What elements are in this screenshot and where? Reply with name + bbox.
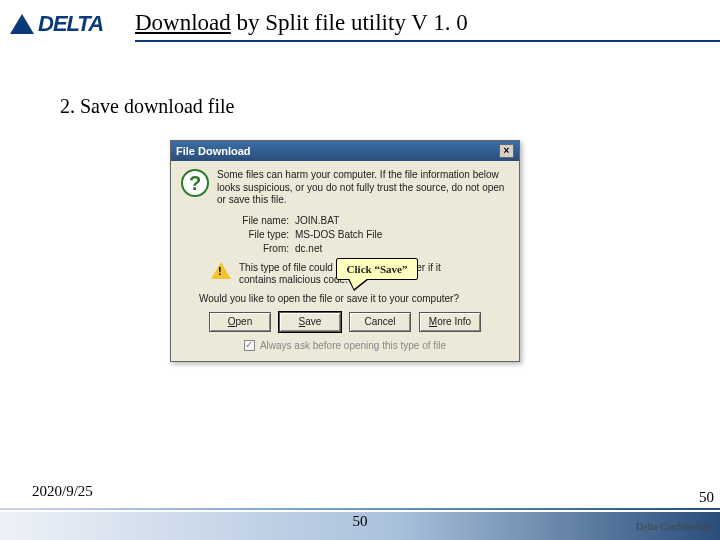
footer-page-right: 50 <box>699 489 714 506</box>
always-ask-checkbox[interactable] <box>244 340 255 351</box>
close-icon[interactable]: × <box>499 144 514 158</box>
field-from-label: From: <box>233 243 295 254</box>
file-download-dialog: File Download × ? Some files can harm yo… <box>170 140 520 362</box>
file-fields: File name: JOIN.BAT File type: MS-DOS Ba… <box>233 215 509 254</box>
footer-divider <box>0 508 720 510</box>
field-from: From: dc.net <box>233 243 509 254</box>
question-icon: ? <box>181 169 209 197</box>
more-btn-rest: ore Info <box>437 316 471 327</box>
open-save-prompt: Would you like to open the file or save … <box>199 293 509 304</box>
dialog-info-text: Some files can harm your computer. If th… <box>217 169 509 207</box>
always-ask-label: Always ask before opening this type of f… <box>260 340 446 351</box>
slide-title: Download by Split file utility V 1. 0 <box>135 10 468 36</box>
save-btn-rest: ave <box>305 316 321 327</box>
more-info-button[interactable]: More Info <box>419 312 481 332</box>
slide-header: DELTA Download by Split file utility V 1… <box>0 0 720 48</box>
dialog-titlebar: File Download × <box>171 141 519 161</box>
footer-page-center: 50 <box>353 513 368 530</box>
delta-triangle-icon <box>10 14 34 34</box>
open-button[interactable]: Open <box>209 312 271 332</box>
field-from-value: dc.net <box>295 243 322 254</box>
delta-logo: DELTA <box>10 11 103 37</box>
delta-logo-text: DELTA <box>38 11 103 37</box>
header-rule <box>135 40 720 42</box>
dialog-info-row: ? Some files can harm your computer. If … <box>181 169 509 207</box>
field-filename: File name: JOIN.BAT <box>233 215 509 226</box>
warning-icon <box>211 262 231 279</box>
footer-date: 2020/9/25 <box>32 483 93 500</box>
warning-row: This type of file could harm your comput… <box>181 262 509 287</box>
field-filetype-label: File type: <box>233 229 295 240</box>
dialog-title: File Download <box>176 145 251 157</box>
save-button[interactable]: Save <box>279 312 341 332</box>
footer-confidential: Delta Confidential <box>636 521 710 532</box>
field-filename-label: File name: <box>233 215 295 226</box>
field-filetype: File type: MS-DOS Batch File <box>233 229 509 240</box>
click-save-callout: Click “Save” <box>336 258 418 280</box>
field-filetype-value: MS-DOS Batch File <box>295 229 382 240</box>
step-heading: 2. Save download file <box>60 95 234 118</box>
title-underlined-word: Download <box>135 10 231 35</box>
always-ask-row: Always ask before opening this type of f… <box>181 340 509 351</box>
dialog-button-row: Open Save Cancel More Info <box>181 312 509 332</box>
field-filename-value: JOIN.BAT <box>295 215 339 226</box>
cancel-button[interactable]: Cancel <box>349 312 411 332</box>
dialog-body: ? Some files can harm your computer. If … <box>171 161 519 361</box>
open-btn-rest: pen <box>236 316 253 327</box>
title-rest: by Split file utility V 1. 0 <box>231 10 468 35</box>
